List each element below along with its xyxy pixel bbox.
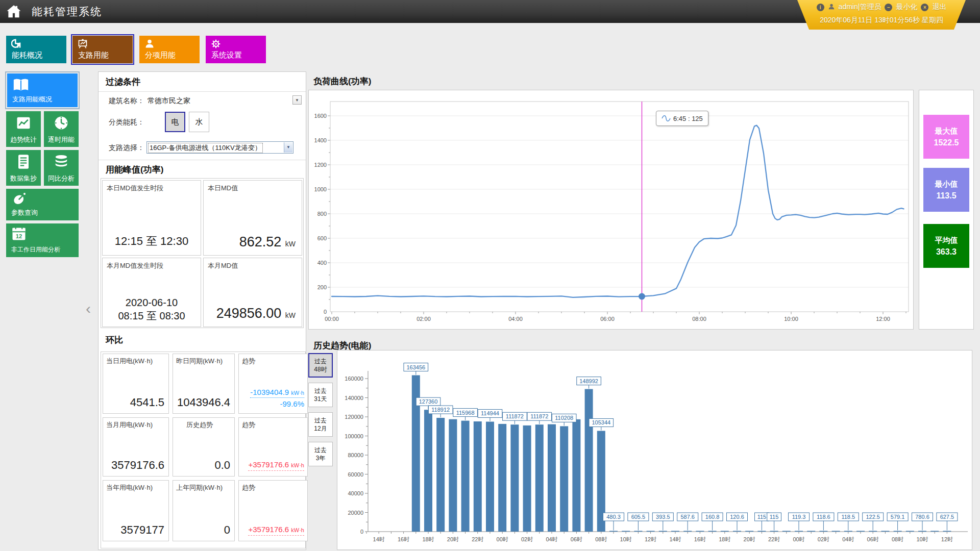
svg-text:08:00: 08:00: [692, 316, 706, 322]
document-icon: [6, 154, 41, 171]
svg-text:12: 12: [16, 233, 22, 239]
energy-option-electricity[interactable]: 电: [165, 112, 185, 132]
sidebar-item-data-readings[interactable]: 数据集抄: [6, 150, 41, 186]
card-value: 2020-06-1008:15 至 08:30: [103, 296, 201, 322]
energy-type-label: 分类能耗：: [109, 118, 144, 127]
tab-label: 支路用能: [78, 51, 109, 60]
svg-text:127360: 127360: [419, 398, 438, 405]
svg-text:04时: 04时: [546, 536, 557, 542]
sidebar-item-trend-stats[interactable]: 趋势统计: [6, 111, 41, 147]
gear-icon: [211, 39, 221, 51]
energy-option-water[interactable]: 水: [189, 112, 209, 132]
load-curve-chart[interactable]: 2004006008001000120014001600000:0002:000…: [308, 90, 914, 330]
svg-text:14时: 14时: [373, 536, 385, 542]
satellite-dish-icon: [11, 191, 79, 209]
pie-chart-icon: [11, 39, 21, 51]
minimize-icon[interactable]: −: [885, 4, 892, 11]
card-label: 当年用电(kW·h): [106, 483, 153, 492]
card-label: 本日MD值发生时段: [107, 184, 163, 193]
user-icon: [828, 3, 835, 12]
home-icon[interactable]: [5, 3, 26, 20]
card-value: 12:15 至 12:30: [103, 234, 201, 249]
svg-text:120000: 120000: [345, 414, 363, 420]
svg-text:200: 200: [317, 284, 327, 290]
svg-text:140000: 140000: [345, 395, 363, 401]
presentation-chart-icon: [78, 39, 88, 51]
card-value: 862.52 kW: [239, 234, 296, 250]
trend-value: +3579176.6 kW·h: [248, 525, 304, 536]
info-icon[interactable]: i: [817, 4, 824, 11]
range-button-48h[interactable]: 过去48时: [308, 353, 333, 378]
building-value[interactable]: 常德市民之家: [148, 96, 190, 106]
card-label: 趋势: [242, 483, 255, 492]
range-button-31d[interactable]: 过去31天: [308, 383, 333, 407]
line-chart-icon: [6, 115, 41, 133]
range-button-12m[interactable]: 过去12月: [308, 412, 333, 437]
card-label: 昨日同期(kW·h): [176, 357, 223, 366]
card-value: 249856.00 kW: [216, 306, 296, 321]
tab-label: 能耗概况: [12, 51, 42, 60]
logout-icon[interactable]: ×: [921, 4, 928, 11]
tab-category-energy[interactable]: 分项用能: [139, 36, 200, 63]
card-value: 0.0: [214, 459, 230, 472]
page-title: 能耗管理系统: [32, 5, 102, 19]
sidebar-item-parameter-query[interactable]: 参数查询: [6, 189, 79, 220]
svg-text:02时: 02时: [818, 536, 829, 542]
svg-text:20时: 20时: [447, 536, 459, 542]
ring-card-month-usage: 当月用电(kW·h) 3579176.6: [103, 417, 169, 477]
tab-energy-overview[interactable]: 能耗概况: [6, 36, 66, 63]
tab-branch-energy[interactable]: 支路用能: [72, 36, 133, 63]
tab-system-settings[interactable]: 系统设置: [206, 36, 266, 63]
svg-text:10时: 10时: [620, 536, 632, 542]
svg-text:16时: 16时: [694, 536, 706, 542]
minimize-label[interactable]: 最小化: [896, 3, 917, 12]
svg-text:111872: 111872: [506, 413, 524, 419]
card-label: 本月MD值发生时段: [107, 261, 163, 270]
calendar-icon: 12: [11, 226, 79, 243]
svg-text:06时: 06时: [867, 536, 879, 542]
svg-text:1400: 1400: [314, 137, 327, 143]
history-trend-chart[interactable]: 2000040000600008000010000012000014000016…: [337, 350, 972, 550]
svg-text:00:00: 00:00: [325, 316, 339, 322]
svg-text:18时: 18时: [422, 536, 434, 542]
top-bar: 能耗管理系统 i admin|管理员 − 最小化 × 退出 2020年06月11…: [0, 0, 980, 23]
sidebar-item-nonworkday-analysis[interactable]: 12 非工作日用能分析: [6, 223, 79, 257]
peak-grid: 本日MD值发生时段 12:15 至 12:30 本日MD值 862.52 kW …: [101, 178, 304, 328]
svg-text:118.6: 118.6: [817, 514, 830, 520]
branch-select[interactable]: 16GP-备供电源进线（110KV龙港变） ▼: [146, 141, 293, 154]
sidebar-item-yoy-analysis[interactable]: 同比分析: [44, 150, 79, 186]
svg-text:1000: 1000: [314, 186, 327, 192]
building-dropdown-arrow[interactable]: ▼: [292, 95, 302, 105]
svg-text:18时: 18时: [719, 536, 730, 542]
user-name[interactable]: admin|管理员: [839, 3, 881, 12]
svg-text:800: 800: [317, 211, 327, 217]
range-button-3y[interactable]: 过去3年: [308, 442, 333, 466]
sidebar-item-label: 同比分析: [44, 174, 79, 183]
trend-value: +3579176.6 kW·h: [248, 460, 304, 471]
peak-card-today-md: 本日MD值 862.52 kW: [203, 180, 302, 256]
svg-text:10:00: 10:00: [784, 316, 798, 322]
card-label: 趋势: [242, 357, 255, 366]
svg-text:22时: 22时: [472, 536, 483, 542]
ring-card-history-trend: 历史趋势 0.0: [173, 417, 235, 477]
sidebar-item-label: 逐时用能: [44, 135, 79, 144]
svg-text:0: 0: [324, 309, 327, 315]
card-value: 0: [224, 523, 230, 537]
svg-text:1600: 1600: [314, 113, 327, 119]
svg-text:115968: 115968: [456, 410, 475, 416]
svg-text:393.5: 393.5: [656, 514, 670, 520]
collapse-panel-chevron[interactable]: ‹: [86, 300, 91, 317]
svg-text:08时: 08时: [595, 536, 607, 542]
svg-text:40000: 40000: [348, 490, 363, 496]
ring-card-year-usage: 当年用电(kW·h) 3579177: [103, 480, 169, 541]
svg-text:04:00: 04:00: [508, 316, 523, 322]
sidebar-item-hourly-energy[interactable]: 逐时用能: [44, 111, 79, 147]
svg-text:110208: 110208: [555, 415, 573, 421]
svg-text:148992: 148992: [579, 378, 598, 384]
svg-text:115: 115: [770, 514, 779, 520]
svg-text:80000: 80000: [348, 452, 363, 458]
sidebar-item-label: 趋势统计: [6, 135, 41, 144]
stat-avg: 平均值363.3: [923, 224, 969, 268]
sidebar-item-branch-overview[interactable]: 支路用能概况: [7, 73, 78, 107]
logout-label[interactable]: 退出: [932, 3, 946, 12]
